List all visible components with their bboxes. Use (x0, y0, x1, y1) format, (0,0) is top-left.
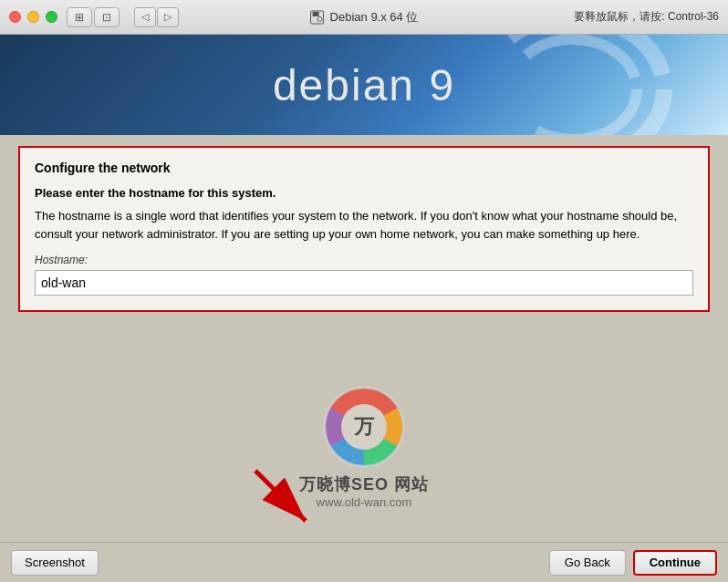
go-back-button[interactable]: Go Back (549, 550, 626, 576)
titlebar-nav: ◁ ▷ (134, 7, 179, 27)
traffic-lights (9, 11, 57, 23)
titlebar: ⊞ ⊡ ◁ ▷ Debian 9.x 64 位 要释放鼠标，请按: Contro… (0, 0, 728, 35)
config-title: Configure the network (35, 161, 693, 175)
screenshot-button[interactable]: Screenshot (11, 550, 99, 576)
nav-forward-btn[interactable]: ▷ (157, 7, 179, 27)
bottom-bar: Screenshot Go Back Continue (0, 542, 728, 582)
debian-banner: debian 9 (0, 35, 728, 135)
watermark-char: 万 (341, 404, 387, 450)
svg-line-6 (255, 471, 306, 521)
config-desc-bold: Please enter the hostname for this syste… (35, 186, 693, 200)
config-box: Configure the network Please enter the h… (18, 146, 710, 312)
svg-point-4 (509, 39, 637, 135)
close-button[interactable] (9, 11, 21, 23)
bottom-right-btns: Go Back Continue (549, 550, 717, 576)
titlebar-icon-group: ⊞ ⊡ (67, 7, 120, 27)
watermark-text2: www.old-wan.com (317, 495, 412, 509)
titlebar-icon-btn2[interactable]: ⊡ (94, 7, 120, 27)
config-desc: The hostname is a single word that ident… (35, 207, 693, 243)
window-title: Debian 9.x 64 位 (330, 9, 419, 26)
hostname-input[interactable] (35, 270, 693, 296)
watermark-circle: 万 (323, 386, 405, 468)
maximize-button[interactable] (46, 11, 57, 23)
debian-swirl-icon (473, 35, 673, 135)
continue-button[interactable]: Continue (633, 550, 717, 576)
svg-point-3 (482, 35, 664, 135)
titlebar-hint: 要释放鼠标，请按: Control-36 (574, 9, 719, 25)
debian-title: debian 9 (273, 60, 455, 110)
svg-point-2 (317, 16, 322, 21)
svg-rect-1 (313, 12, 319, 16)
titlebar-icon-btn1[interactable]: ⊞ (67, 7, 92, 27)
red-arrow-icon (246, 462, 319, 535)
nav-back-btn[interactable]: ◁ (134, 7, 156, 27)
hostname-label: Hostname: (35, 254, 693, 266)
titlebar-center: Debian 9.x 64 位 (310, 9, 419, 26)
vm-content: debian 9 Configure the network Please en… (0, 35, 728, 582)
minimize-button[interactable] (27, 11, 39, 23)
disk-icon (310, 10, 325, 25)
